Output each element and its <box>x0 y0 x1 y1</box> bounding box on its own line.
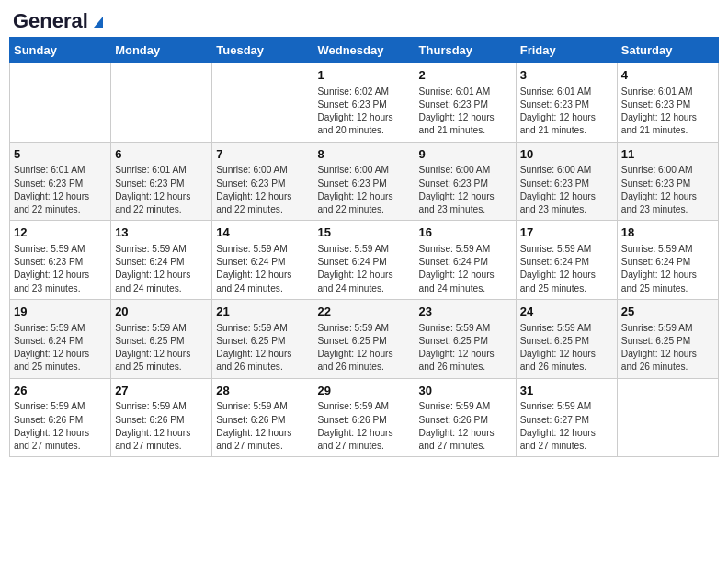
day-info: Sunrise: 6:00 AM Sunset: 6:23 PM Dayligh… <box>216 164 309 216</box>
day-number: 7 <box>216 146 309 163</box>
day-number: 22 <box>317 304 410 320</box>
day-number: 20 <box>115 304 208 320</box>
day-info: Sunrise: 5:59 AM Sunset: 6:26 PM Dayligh… <box>317 400 410 453</box>
day-info: Sunrise: 5:59 AM Sunset: 6:25 PM Dayligh… <box>216 322 309 374</box>
calendar-cell: 3Sunrise: 6:01 AM Sunset: 6:23 PM Daylig… <box>516 63 617 143</box>
day-info: Sunrise: 5:59 AM Sunset: 6:27 PM Dayligh… <box>520 400 613 453</box>
calendar-cell: 29Sunrise: 5:59 AM Sunset: 6:26 PM Dayli… <box>313 378 415 457</box>
calendar-cell: 2Sunrise: 6:01 AM Sunset: 6:23 PM Daylig… <box>415 63 516 143</box>
calendar-cell: 10Sunrise: 6:00 AM Sunset: 6:23 PM Dayli… <box>516 142 617 221</box>
calendar-cell: 21Sunrise: 5:59 AM Sunset: 6:25 PM Dayli… <box>212 300 313 379</box>
day-number: 16 <box>419 224 512 241</box>
calendar-cell: 24Sunrise: 5:59 AM Sunset: 6:25 PM Dayli… <box>516 300 617 379</box>
day-number: 4 <box>621 67 714 84</box>
day-number: 24 <box>520 304 613 320</box>
calendar-cell: 22Sunrise: 5:59 AM Sunset: 6:25 PM Dayli… <box>313 300 415 379</box>
day-info: Sunrise: 5:59 AM Sunset: 6:24 PM Dayligh… <box>621 243 714 295</box>
calendar-cell: 1Sunrise: 6:02 AM Sunset: 6:23 PM Daylig… <box>313 63 415 143</box>
day-info: Sunrise: 5:59 AM Sunset: 6:25 PM Dayligh… <box>621 322 714 374</box>
day-number: 6 <box>115 146 208 163</box>
calendar-cell: 12Sunrise: 5:59 AM Sunset: 6:23 PM Dayli… <box>10 221 111 300</box>
day-info: Sunrise: 6:02 AM Sunset: 6:23 PM Dayligh… <box>317 86 410 138</box>
day-info: Sunrise: 6:01 AM Sunset: 6:23 PM Dayligh… <box>520 86 613 138</box>
day-number: 17 <box>520 224 613 241</box>
day-info: Sunrise: 5:59 AM Sunset: 6:26 PM Dayligh… <box>14 400 107 453</box>
week-row-4: 19Sunrise: 5:59 AM Sunset: 6:24 PM Dayli… <box>10 300 719 379</box>
day-number: 25 <box>621 304 714 320</box>
calendar-cell: 30Sunrise: 5:59 AM Sunset: 6:26 PM Dayli… <box>415 378 516 457</box>
calendar-cell: 18Sunrise: 5:59 AM Sunset: 6:24 PM Dayli… <box>617 221 718 300</box>
day-number: 2 <box>419 67 512 84</box>
calendar-cell: 17Sunrise: 5:59 AM Sunset: 6:24 PM Dayli… <box>516 221 617 300</box>
calendar-cell: 27Sunrise: 5:59 AM Sunset: 6:26 PM Dayli… <box>111 378 212 457</box>
day-number: 3 <box>520 67 613 84</box>
day-number: 1 <box>317 67 410 84</box>
weekday-header-saturday: Saturday <box>617 38 718 63</box>
week-row-1: 1Sunrise: 6:02 AM Sunset: 6:23 PM Daylig… <box>10 63 719 143</box>
weekday-header-thursday: Thursday <box>415 38 516 63</box>
day-info: Sunrise: 5:59 AM Sunset: 6:25 PM Dayligh… <box>419 322 512 374</box>
day-number: 30 <box>419 383 512 399</box>
svg-marker-0 <box>94 17 103 28</box>
day-number: 28 <box>216 383 309 399</box>
calendar-cell: 25Sunrise: 5:59 AM Sunset: 6:25 PM Dayli… <box>617 300 718 379</box>
weekday-header-sunday: Sunday <box>10 38 111 63</box>
logo: General <box>13 9 107 29</box>
day-number: 9 <box>419 146 512 163</box>
calendar-header: SundayMondayTuesdayWednesdayThursdayFrid… <box>10 38 719 63</box>
calendar-table: SundayMondayTuesdayWednesdayThursdayFrid… <box>9 37 719 457</box>
calendar-cell: 9Sunrise: 6:00 AM Sunset: 6:23 PM Daylig… <box>415 142 516 221</box>
calendar-cell: 14Sunrise: 5:59 AM Sunset: 6:24 PM Dayli… <box>212 221 313 300</box>
day-number: 29 <box>317 383 410 399</box>
day-info: Sunrise: 5:59 AM Sunset: 6:26 PM Dayligh… <box>115 400 208 453</box>
day-info: Sunrise: 5:59 AM Sunset: 6:24 PM Dayligh… <box>216 243 309 295</box>
logo-icon <box>90 13 107 29</box>
calendar-cell: 31Sunrise: 5:59 AM Sunset: 6:27 PM Dayli… <box>516 378 617 457</box>
day-number: 23 <box>419 304 512 320</box>
day-number: 10 <box>520 146 613 163</box>
logo-text-general: General <box>13 9 88 33</box>
day-info: Sunrise: 6:01 AM Sunset: 6:23 PM Dayligh… <box>115 164 208 216</box>
day-info: Sunrise: 5:59 AM Sunset: 6:26 PM Dayligh… <box>419 400 512 453</box>
day-number: 31 <box>520 383 613 399</box>
day-info: Sunrise: 5:59 AM Sunset: 6:24 PM Dayligh… <box>419 243 512 295</box>
day-number: 13 <box>115 224 208 241</box>
calendar-cell: 11Sunrise: 6:00 AM Sunset: 6:23 PM Dayli… <box>617 142 718 221</box>
day-info: Sunrise: 6:00 AM Sunset: 6:23 PM Dayligh… <box>419 164 512 216</box>
day-info: Sunrise: 5:59 AM Sunset: 6:26 PM Dayligh… <box>216 400 309 453</box>
day-number: 12 <box>14 224 107 241</box>
day-number: 21 <box>216 304 309 320</box>
calendar-cell: 4Sunrise: 6:01 AM Sunset: 6:23 PM Daylig… <box>617 63 718 143</box>
weekday-header-friday: Friday <box>516 38 617 63</box>
day-number: 26 <box>14 383 107 399</box>
day-info: Sunrise: 5:59 AM Sunset: 6:25 PM Dayligh… <box>520 322 613 374</box>
day-info: Sunrise: 6:00 AM Sunset: 6:23 PM Dayligh… <box>317 164 410 216</box>
day-number: 27 <box>115 383 208 399</box>
day-info: Sunrise: 5:59 AM Sunset: 6:24 PM Dayligh… <box>317 243 410 295</box>
weekday-header-wednesday: Wednesday <box>313 38 415 63</box>
day-info: Sunrise: 5:59 AM Sunset: 6:24 PM Dayligh… <box>115 243 208 295</box>
weekday-header-row: SundayMondayTuesdayWednesdayThursdayFrid… <box>10 38 719 63</box>
calendar-cell: 13Sunrise: 5:59 AM Sunset: 6:24 PM Dayli… <box>111 221 212 300</box>
day-number: 19 <box>14 304 107 320</box>
day-number: 8 <box>317 146 410 163</box>
calendar-cell <box>212 63 313 143</box>
calendar-cell: 15Sunrise: 5:59 AM Sunset: 6:24 PM Dayli… <box>313 221 415 300</box>
day-info: Sunrise: 5:59 AM Sunset: 6:23 PM Dayligh… <box>14 243 107 295</box>
day-number: 5 <box>14 146 107 163</box>
calendar-cell: 6Sunrise: 6:01 AM Sunset: 6:23 PM Daylig… <box>111 142 212 221</box>
calendar-cell: 7Sunrise: 6:00 AM Sunset: 6:23 PM Daylig… <box>212 142 313 221</box>
day-number: 14 <box>216 224 309 241</box>
calendar-cell: 20Sunrise: 5:59 AM Sunset: 6:25 PM Dayli… <box>111 300 212 379</box>
week-row-2: 5Sunrise: 6:01 AM Sunset: 6:23 PM Daylig… <box>10 142 719 221</box>
calendar-body: 1Sunrise: 6:02 AM Sunset: 6:23 PM Daylig… <box>10 63 719 457</box>
calendar-cell: 8Sunrise: 6:00 AM Sunset: 6:23 PM Daylig… <box>313 142 415 221</box>
day-info: Sunrise: 5:59 AM Sunset: 6:25 PM Dayligh… <box>317 322 410 374</box>
day-info: Sunrise: 5:59 AM Sunset: 6:24 PM Dayligh… <box>14 322 107 374</box>
calendar-cell: 28Sunrise: 5:59 AM Sunset: 6:26 PM Dayli… <box>212 378 313 457</box>
calendar-cell: 5Sunrise: 6:01 AM Sunset: 6:23 PM Daylig… <box>10 142 111 221</box>
day-number: 11 <box>621 146 714 163</box>
weekday-header-tuesday: Tuesday <box>212 38 313 63</box>
day-info: Sunrise: 6:00 AM Sunset: 6:23 PM Dayligh… <box>621 164 714 216</box>
calendar-cell: 16Sunrise: 5:59 AM Sunset: 6:24 PM Dayli… <box>415 221 516 300</box>
